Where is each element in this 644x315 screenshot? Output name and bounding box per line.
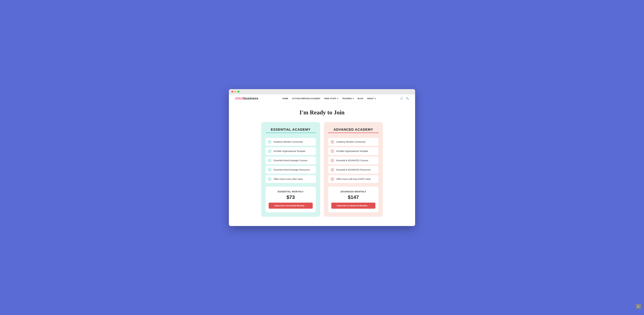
nav-icons: 🛒 🔍 [400,97,409,100]
essential-pricing-label: ESSENTIAL MONTHLY [268,190,313,193]
logo-business: business [244,96,258,100]
plus-circle-icon-4 [268,168,272,171]
main-content: I'm Ready to Join ESSENTIAL ACADEMY Acad… [229,103,415,226]
traffic-light-red[interactable] [231,91,233,92]
advanced-plan-card: ADVANCED ACADEMY Academy Member Communit… [324,122,383,217]
advanced-plan-title: ADVANCED ACADEMY [328,128,378,133]
plus-circle-pink-icon-5 [331,177,334,181]
plus-circle-pink-icon-4 [331,168,334,171]
plus-circle-icon-1 [268,140,272,144]
essential-feature-1: Academy Member Community [266,138,316,146]
essential-plan-title: ESSENTIAL ACADEMY [266,128,316,133]
nav-link-free-stuff[interactable]: FREE STUFF ∨ [324,97,338,100]
essential-feature-3: Essential ActiveCampaign Courses [266,157,316,164]
page-title: I'm Ready to Join [235,109,409,116]
advanced-feature-2-text: AirTable Organisational Template [336,150,368,152]
advanced-feature-3: Essential & ADVANCED Courses [328,157,378,164]
essential-feature-2: AirTable Organisational Template [266,147,316,155]
advanced-feature-2: AirTable Organisational Template [328,147,378,155]
nav-item-blog[interactable]: BLOG [358,97,363,100]
advanced-feature-1-text: Academy Member Community [336,141,366,143]
essential-price: $73 [268,194,313,200]
logo[interactable]: Glickbusiness [235,96,258,100]
essential-feature-4: Essential ActiveCampaign Resources [266,166,316,174]
plus-circle-pink-icon-1 [331,140,334,144]
advanced-subscribe-button[interactable]: Subscribe to Advanced Monthly → [331,203,376,209]
essential-features-list: Academy Member Community AirTable Organi… [266,138,316,183]
navigation: Glickbusiness HOME ACTIVECAMPAIGN ACADEM… [229,94,415,103]
nav-item-home[interactable]: HOME [282,97,288,100]
plus-circle-pink-icon-2 [331,149,334,153]
essential-subscribe-button[interactable]: Subscribe to Essential Monthly → [268,203,313,209]
cart-icon[interactable]: 🛒 [400,97,403,100]
nav-link-training[interactable]: TRAINING ∨ [342,97,354,100]
browser-chrome [229,89,415,94]
essential-feature-1-text: Academy Member Community [274,141,303,143]
traffic-light-green[interactable] [238,91,240,92]
traffic-light-yellow[interactable] [234,91,236,92]
plus-circle-icon-2 [268,149,272,153]
nav-item-about[interactable]: ABOUT ∨ [367,97,376,100]
scroll-to-top-button[interactable]: ▲ [636,304,641,309]
advanced-pricing-label: ADVANCED MONTHLY [331,190,376,193]
advanced-features-list: Academy Member Community AirTable Organi… [328,138,378,183]
nav-link-blog[interactable]: BLOG [358,97,363,100]
nav-link-academy[interactable]: ACTIVECAMPAIGN ACADEMY [292,97,320,100]
essential-feature-5-text: Office Hours every other week [274,178,303,180]
plus-circle-icon-5 [268,177,272,181]
essential-feature-4-text: Essential ActiveCampaign Resources [274,169,310,171]
plans-container: ESSENTIAL ACADEMY Academy Member Communi… [235,122,409,217]
nav-link-home[interactable]: HOME [282,97,288,100]
essential-feature-3-text: Essential ActiveCampaign Courses [274,159,308,162]
advanced-feature-4-text: Essential & ADVANCED Resources [336,169,370,171]
essential-pricing-box: ESSENTIAL MONTHLY $73 Subscribe to Essen… [266,187,316,212]
logo-glick: Glick [235,96,244,100]
advanced-feature-4: Essential & ADVANCED Resources [328,166,378,174]
nav-item-academy[interactable]: ACTIVECAMPAIGN ACADEMY [292,97,320,100]
browser-content: Glickbusiness HOME ACTIVECAMPAIGN ACADEM… [229,94,415,226]
browser-window: Glickbusiness HOME ACTIVECAMPAIGN ACADEM… [229,89,415,226]
nav-link-about[interactable]: ABOUT ∨ [367,97,376,100]
plus-circle-icon-3 [268,159,272,162]
plus-circle-pink-icon-3 [331,159,334,162]
advanced-feature-1: Academy Member Community [328,138,378,146]
search-icon[interactable]: 🔍 [406,97,409,100]
essential-feature-5: Office Hours every other week [266,175,316,183]
essential-plan-card: ESSENTIAL ACADEMY Academy Member Communi… [261,122,320,217]
essential-feature-2-text: AirTable Organisational Template [274,150,306,152]
nav-item-training[interactable]: TRAINING ∨ [342,97,354,100]
advanced-feature-5: Office Hours with Kay EVERY week [328,175,378,183]
advanced-price: $147 [331,194,376,200]
advanced-feature-5-text: Office Hours with Kay EVERY week [336,178,371,180]
nav-item-free-stuff[interactable]: FREE STUFF ∨ [324,97,338,100]
nav-links: HOME ACTIVECAMPAIGN ACADEMY FREE STUFF ∨… [282,97,376,100]
advanced-pricing-box: ADVANCED MONTHLY $147 Subscribe to Advan… [328,187,378,212]
advanced-feature-3-text: Essential & ADVANCED Courses [336,159,368,162]
